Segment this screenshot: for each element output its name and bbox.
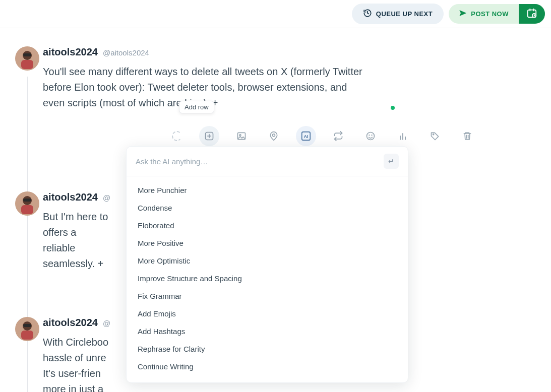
username: aitools2024 <box>43 191 98 203</box>
ai-options-list: More Punchier Condense Eloborated More P… <box>127 176 408 382</box>
post-text-span: With Circleboo hassle of unre It's user-… <box>43 337 108 392</box>
post-label: POST NOW <box>471 10 509 18</box>
svg-rect-6 <box>21 60 33 69</box>
poll-button[interactable] <box>393 126 413 146</box>
history-icon <box>363 9 372 19</box>
ai-input-row: ↵ <box>127 147 408 176</box>
svg-text:AI: AI <box>303 134 308 139</box>
ai-option[interactable]: More Punchier <box>127 181 408 199</box>
loading-spinner-icon <box>167 126 187 146</box>
location-button[interactable] <box>264 126 284 146</box>
svg-rect-27 <box>21 205 33 214</box>
post-text[interactable]: With Circleboo hassle of unre It's user-… <box>43 335 113 392</box>
thread-post: aitools2024 @aitools2024 You'll see many… <box>43 46 536 111</box>
user-handle: @aitools2024 <box>103 48 149 57</box>
topbar: QUEUE UP NEXT POST NOW <box>0 0 551 28</box>
image-button[interactable] <box>231 126 252 146</box>
post-text-span: But I'm here to offers a reliable seamle… <box>43 211 108 269</box>
post-text[interactable]: You'll see many different ways to delete… <box>43 64 365 111</box>
svg-rect-31 <box>21 331 33 340</box>
avatar <box>15 191 39 216</box>
svg-point-22 <box>433 134 434 135</box>
avatar <box>15 317 39 341</box>
status-dot <box>391 106 395 110</box>
username: aitools2024 <box>43 46 98 58</box>
composer-toolbar: AI <box>164 123 480 149</box>
svg-rect-32 <box>23 324 31 327</box>
svg-rect-7 <box>23 53 31 56</box>
svg-point-12 <box>239 135 241 136</box>
user-handle: @ <box>103 319 110 328</box>
ai-popup: ↵ More Punchier Condense Eloborated More… <box>126 146 408 383</box>
user-handle: @ <box>103 193 110 202</box>
emoji-button[interactable] <box>360 126 381 146</box>
ai-option[interactable]: Improve Structure and Spacing <box>127 270 408 287</box>
ai-prompt-input[interactable] <box>136 157 379 166</box>
schedule-calendar-button[interactable] <box>519 4 545 24</box>
tag-button[interactable] <box>425 126 445 146</box>
post-now-group: POST NOW <box>449 4 545 24</box>
ai-option[interactable]: Continue Writing <box>127 358 408 375</box>
submit-prompt-button[interactable]: ↵ <box>384 154 399 169</box>
post-now-button[interactable]: POST NOW <box>449 4 519 24</box>
post-header: aitools2024 @aitools2024 <box>43 46 536 58</box>
ai-assist-button[interactable]: AI <box>296 126 316 146</box>
svg-point-13 <box>273 134 275 137</box>
queue-label: QUEUE UP NEXT <box>376 10 433 18</box>
svg-point-18 <box>372 135 372 136</box>
thread-line <box>27 77 28 392</box>
avatar <box>15 46 39 71</box>
ai-option[interactable]: More Positive <box>127 234 408 252</box>
delete-button[interactable] <box>457 126 477 146</box>
retweet-button[interactable] <box>328 126 348 146</box>
enter-icon: ↵ <box>388 157 394 165</box>
calendar-icon <box>526 8 537 21</box>
ai-option[interactable]: Rephrase for Clarity <box>127 340 408 358</box>
composer-content: aitools2024 @aitools2024 You'll see many… <box>0 28 551 392</box>
svg-point-17 <box>369 135 370 136</box>
ai-option[interactable]: Eloborated <box>127 217 408 234</box>
ai-option[interactable]: Add Emojis <box>127 305 408 322</box>
ai-option[interactable]: Condense <box>127 199 408 217</box>
ai-option[interactable]: Fix Grammar <box>127 287 408 305</box>
thread: aitools2024 @aitools2024 You'll see many… <box>15 46 536 392</box>
add-row-button[interactable] <box>199 126 219 146</box>
post-text[interactable]: But I'm here to offers a reliable seamle… <box>43 209 108 272</box>
username: aitools2024 <box>43 317 98 329</box>
queue-up-next-button[interactable]: QUEUE UP NEXT <box>352 4 444 24</box>
ai-option[interactable]: More Optimistic <box>127 252 408 270</box>
send-icon <box>459 9 467 19</box>
svg-rect-28 <box>23 199 31 202</box>
svg-point-16 <box>367 133 375 140</box>
ai-option[interactable]: Add Hashtags <box>127 322 408 340</box>
